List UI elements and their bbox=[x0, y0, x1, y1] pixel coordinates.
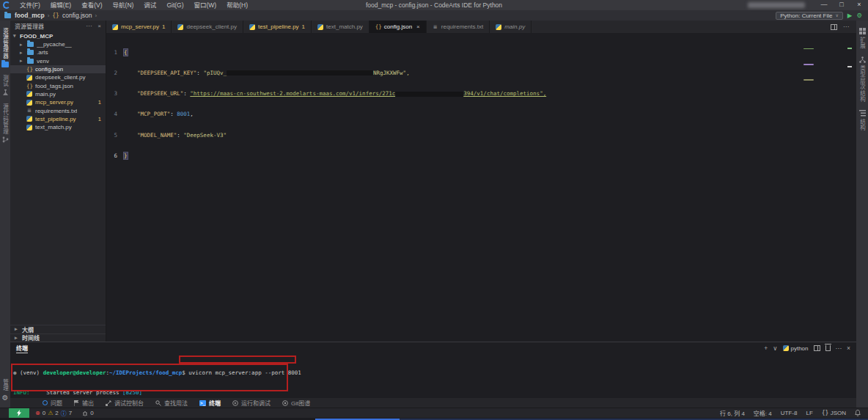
tree-item-venv[interactable]: ▸ venv bbox=[10, 57, 106, 65]
rightbar-item-structure[interactable]: 结构 bbox=[858, 110, 867, 131]
panel-tab-git-graph[interactable]: Git图谱 bbox=[282, 399, 310, 407]
language-mode[interactable]: {} JSON bbox=[822, 410, 846, 416]
tab-requirements[interactable]: ≣ requirements.txt bbox=[427, 21, 490, 33]
url-value-start[interactable]: "https://maas-cn-southwest-2.modelarts-m… bbox=[190, 90, 395, 97]
panel-tab-find-usages[interactable]: 查找用法 bbox=[155, 399, 188, 407]
code-line: 5 "MODEL_NAME": "DeepSeek-V3" bbox=[106, 132, 856, 139]
code-line: 1 { bbox=[106, 49, 856, 56]
chevron-right-icon: ▸ bbox=[15, 335, 19, 341]
activitybar-item-source-control[interactable]: 源代码管理 bbox=[1, 103, 10, 144]
text-file-icon: ≣ bbox=[26, 108, 32, 114]
terminal-panel-title[interactable]: 终端 bbox=[16, 344, 28, 353]
api-key-value-start: "pIUQv_ bbox=[203, 70, 227, 76]
activitybar-item-manage[interactable]: 管理 ⚙ bbox=[1, 379, 10, 402]
menu-edit[interactable]: 编辑(E) bbox=[45, 0, 76, 10]
eol-setting[interactable]: LF bbox=[806, 410, 812, 416]
tree-item-label: deepseek_client.py bbox=[35, 74, 86, 81]
tree-item-label: requirements.txt bbox=[35, 108, 77, 114]
error-count: 0 bbox=[43, 410, 45, 416]
menu-file[interactable]: 文件(F) bbox=[15, 0, 45, 10]
tab-main-py[interactable]: main.py bbox=[490, 21, 532, 33]
editor-more-icon[interactable]: ⋯ bbox=[843, 23, 849, 30]
terminal-more-icon[interactable]: ⋯ bbox=[836, 345, 842, 352]
new-terminal-icon[interactable]: + bbox=[764, 345, 768, 352]
minimap[interactable] bbox=[803, 34, 814, 43]
tree-item-config-json[interactable]: {} config.json bbox=[10, 65, 106, 73]
sidebar-close-icon[interactable]: × bbox=[98, 23, 101, 29]
tree-item-pycache[interactable]: ▸ __pycache__ bbox=[10, 40, 106, 48]
remote-indicator[interactable] bbox=[9, 408, 29, 419]
menu-help[interactable]: 帮助(H) bbox=[221, 0, 253, 10]
rightbar-item-type-hierarchy[interactable]: 类型层次结构 bbox=[858, 56, 867, 103]
explorer-sidebar: 资源管理器 ⋯ × ▾ FOOD_MCP ▸ __pycache__ ▸ .ar… bbox=[10, 21, 106, 342]
prompt-user: developer@developer bbox=[43, 369, 106, 376]
tree-item-deepseek-client[interactable]: deepseek_client.py bbox=[10, 73, 106, 81]
menu-view[interactable]: 查看(V) bbox=[76, 0, 107, 10]
maximize-button[interactable]: □ bbox=[833, 0, 850, 10]
url-value-end[interactable]: 394/v1/chat/completions", bbox=[463, 90, 546, 97]
bell-icon[interactable] bbox=[855, 410, 861, 416]
terminal-dropdown-icon[interactable]: ∨ bbox=[773, 345, 777, 352]
indentation-setting[interactable]: 空格: 4 bbox=[754, 409, 772, 417]
breadcrumb-project[interactable]: food_mcp bbox=[15, 12, 45, 19]
breadcrumb-file[interactable]: config.json bbox=[62, 12, 92, 19]
sidebar-more-icon[interactable]: ⋯ bbox=[86, 23, 92, 29]
run-configuration-selector[interactable]: Python: Current File ∨ bbox=[776, 12, 843, 20]
section-outline[interactable]: ▸ 大纲 bbox=[10, 325, 106, 334]
tab-deepseek-client[interactable]: deepseek_client.py bbox=[172, 21, 243, 33]
panel-tab-debug-console[interactable]: 调试控制台 bbox=[106, 399, 144, 407]
problems-summary[interactable]: ⊗ 0 ⚠ 2 ⓘ 7 bbox=[35, 409, 72, 417]
tab-label: deepseek_client.py bbox=[186, 23, 237, 30]
tab-test-pipeline[interactable]: test_pipeline.py 1 bbox=[243, 21, 312, 33]
run-settings-gear-icon[interactable]: ⚙ bbox=[856, 10, 862, 21]
problem-badge: 1 bbox=[98, 116, 101, 122]
activitybar-item-explorer[interactable]: 资源管理器 bbox=[1, 28, 10, 67]
code-line: 3 "DEEPSEEK_URL": "https://maas-cn-south… bbox=[106, 90, 856, 97]
rightbar-item-extensions[interactable]: 扩展 bbox=[858, 28, 867, 49]
tree-item-main-py[interactable]: main.py bbox=[10, 90, 106, 98]
code-editor[interactable]: 1 { 2 "DEEPSEEK_API_KEY": "pIUQv_NRgJKXW… bbox=[106, 33, 856, 194]
annotation-box-command bbox=[179, 355, 296, 364]
line-number: 3 bbox=[106, 90, 124, 97]
tree-item-requirements[interactable]: ≣ requirements.txt bbox=[10, 106, 106, 114]
tab-label: test_pipeline.py bbox=[258, 23, 299, 30]
menu-git[interactable]: Git(G) bbox=[161, 0, 188, 10]
terminal-shell-indicator[interactable]: python bbox=[783, 345, 809, 352]
panel-tab-output[interactable]: 输出 bbox=[74, 399, 94, 407]
panel-tab-run-debug[interactable]: 运行和调试 bbox=[232, 399, 271, 407]
cursor-position[interactable]: 行 6, 列 4 bbox=[720, 409, 745, 417]
encoding-setting[interactable]: UTF-8 bbox=[781, 410, 798, 416]
tree-item-label: main.py bbox=[35, 91, 56, 97]
section-timeline[interactable]: ▸ 时间线 bbox=[10, 334, 106, 342]
extensions-label: 扩展 bbox=[858, 37, 867, 49]
tree-item-food-tags[interactable]: {} food_tags.json bbox=[10, 81, 106, 89]
tree-item-arts[interactable]: ▸ .arts bbox=[10, 48, 106, 56]
tree-item-mcp-server[interactable]: mcp_server.py 1 bbox=[10, 98, 106, 106]
tab-config-json[interactable]: {} config.json × bbox=[369, 21, 427, 33]
minimize-button[interactable]: — bbox=[815, 0, 833, 10]
type-hierarchy-icon bbox=[859, 56, 866, 63]
menu-debug[interactable]: 调试 bbox=[139, 0, 161, 10]
panel-tab-problems[interactable]: 问题 bbox=[43, 399, 62, 407]
kill-terminal-icon[interactable] bbox=[825, 345, 831, 351]
menu-navigate[interactable]: 导航(N) bbox=[108, 0, 139, 10]
run-button[interactable]: ▶ bbox=[847, 10, 853, 21]
tab-mcp-server[interactable]: mcp_server.py 1 bbox=[106, 21, 172, 33]
tree-root-food-mcp[interactable]: ▾ FOOD_MCP bbox=[10, 32, 106, 40]
close-button[interactable]: × bbox=[850, 0, 868, 10]
alerts-summary[interactable]: 0 bbox=[82, 410, 93, 416]
panel-tab-label: 运行和调试 bbox=[241, 399, 271, 407]
tab-text-match[interactable]: text_match.py bbox=[312, 21, 369, 33]
split-editor-icon[interactable] bbox=[831, 24, 837, 30]
run-debug-icon bbox=[232, 400, 238, 406]
close-tab-icon[interactable]: × bbox=[416, 23, 420, 30]
tree-item-text-match[interactable]: text_match.py bbox=[10, 123, 106, 131]
json-key: "MODEL_NAME" bbox=[137, 132, 177, 139]
panel-tab-terminal[interactable]: >_ 终端 bbox=[199, 399, 221, 407]
activitybar-item-test[interactable]: 测试 bbox=[1, 75, 10, 96]
menu-window[interactable]: 窗口(W) bbox=[189, 0, 222, 10]
tree-item-test-pipeline[interactable]: test_pipeline.py 1 bbox=[10, 115, 106, 123]
split-terminal-icon[interactable] bbox=[814, 345, 820, 351]
close-panel-icon[interactable]: × bbox=[847, 345, 850, 352]
tree-item-label: text_match.py bbox=[35, 124, 72, 130]
